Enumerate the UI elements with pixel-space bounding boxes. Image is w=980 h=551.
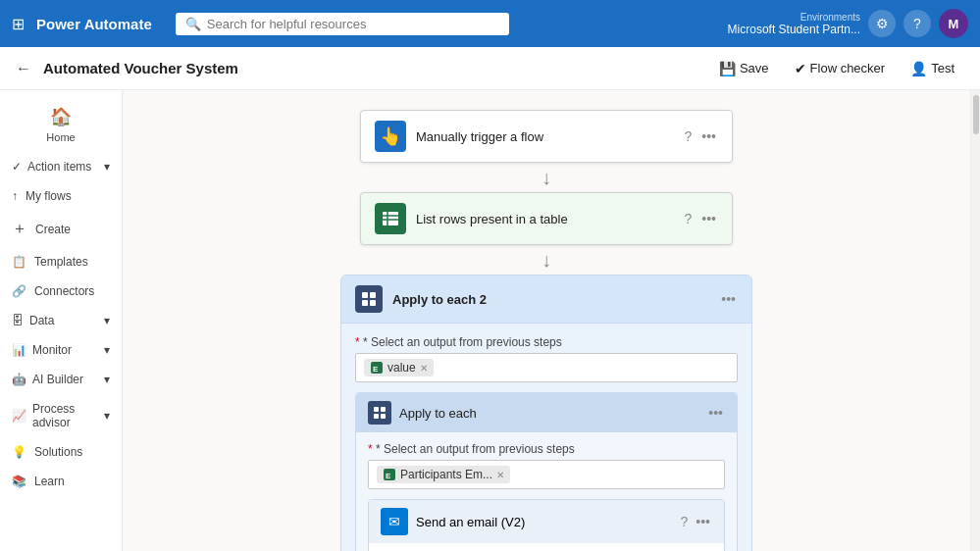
send-email-node: ✉ Send an email (V2) ? ••• — [368, 499, 725, 551]
app-name: Power Automate — [36, 16, 152, 32]
email-more-button[interactable]: ••• — [694, 512, 712, 531]
back-button[interactable]: ← — [16, 60, 31, 77]
apply-each-2-group: Apply to each 2 ••• * * Select an output… — [340, 275, 752, 551]
settings-button[interactable]: ⚙ — [868, 10, 896, 37]
participants-token-close[interactable]: ✕ — [496, 470, 504, 480]
sidebar-item-connectors[interactable]: 🔗 Connectors — [2, 276, 120, 306]
secondbar-actions: 💾 Save ✔ Flow checker 👤 Test — [709, 56, 964, 81]
apply-each-inner-icon — [368, 401, 391, 425]
create-icon: ＋ — [12, 219, 27, 239]
list-rows-node: List rows present in a table ? ••• — [360, 192, 733, 245]
email-body-container: * * To * * Subject — [369, 543, 724, 551]
secondbar: ← Automated Voucher System 💾 Save ✔ Flow… — [0, 47, 980, 90]
sidebar-label-ai-builder: AI Builder — [32, 373, 83, 386]
flow-checker-icon: ✔ — [795, 61, 806, 76]
svg-rect-4 — [362, 292, 368, 298]
email-actions: ? ••• — [678, 512, 712, 531]
apply-each-inner-group: Apply to each ••• * * Select an output f… — [355, 392, 738, 551]
sidebar-item-solutions[interactable]: 💡 Solutions — [2, 437, 120, 467]
svg-rect-6 — [362, 300, 368, 306]
participants-token-text: Participants Em... — [400, 468, 492, 481]
environment-block: Environments Microsoft Student Partn... — [728, 12, 860, 36]
page-title: Automated Voucher System — [43, 60, 238, 76]
chevron-down-icon-pa: ▾ — [104, 409, 110, 423]
environment-name: Microsoft Student Partn... — [728, 23, 860, 36]
trigger-title: Manually trigger a flow — [416, 129, 672, 144]
sidebar-item-home[interactable]: 🏠 Home — [4, 98, 118, 152]
data-icon: 🗄 — [12, 314, 24, 327]
inner-token-input[interactable]: E Participants Em... ✕ — [368, 460, 725, 489]
sidebar-label-learn: Learn — [34, 475, 65, 488]
connectors-icon: 🔗 — [12, 284, 26, 298]
chevron-down-icon: ▾ — [104, 160, 110, 174]
topbar-right: Environments Microsoft Student Partn... … — [728, 9, 968, 38]
sidebar-label-home: Home — [46, 131, 75, 144]
sidebar-item-create[interactable]: ＋ Create — [2, 211, 120, 247]
test-button[interactable]: 👤 Test — [901, 56, 964, 81]
save-button[interactable]: 💾 Save — [709, 56, 779, 81]
environments-label: Environments — [800, 12, 860, 23]
trigger-more-button[interactable]: ••• — [699, 126, 718, 146]
list-rows-title: List rows present in a table — [416, 212, 672, 226]
svg-rect-0 — [383, 212, 398, 225]
email-title: Send an email (V2) — [416, 515, 670, 529]
help-button[interactable]: ? — [903, 10, 931, 37]
list-rows-help-button[interactable]: ? — [682, 209, 694, 228]
apply-each-2-more-button[interactable]: ••• — [719, 289, 738, 309]
sidebar-label-create: Create — [35, 223, 71, 236]
participants-token: E Participants Em... ✕ — [377, 466, 510, 483]
apply-each-inner-actions: ••• — [706, 403, 725, 423]
sidebar-label-templates: Templates — [34, 255, 88, 269]
search-input[interactable] — [207, 17, 499, 31]
home-icon: 🏠 — [50, 106, 72, 127]
apply-each-2-token-input[interactable]: E value ✕ — [355, 353, 738, 382]
sidebar-item-templates[interactable]: 📋 Templates — [2, 247, 120, 276]
apply-each-2-body: * * Select an output from previous steps… — [341, 324, 751, 551]
list-rows-more-button[interactable]: ••• — [699, 209, 718, 228]
svg-rect-13 — [381, 414, 386, 419]
sidebar-item-ai-builder[interactable]: 🤖 AI Builder ▾ — [2, 365, 120, 394]
save-icon: 💾 — [719, 61, 736, 76]
topbar: ⊞ Power Automate 🔍 Environments Microsof… — [0, 0, 980, 47]
apply-each-inner-title: Apply to each — [399, 406, 698, 421]
trigger-node: 👆 Manually trigger a flow ? ••• — [360, 110, 733, 163]
sidebar-item-learn[interactable]: 📚 Learn — [2, 467, 120, 496]
sidebar-label-process-advisor: Process advisor — [32, 402, 100, 429]
email-icon: ✉ — [381, 508, 408, 535]
apply-each-2-icon — [355, 285, 383, 313]
learn-icon: 📚 — [12, 475, 26, 488]
email-help-button[interactable]: ? — [678, 512, 690, 531]
sidebar-item-my-flows[interactable]: ↑ My flows — [2, 181, 120, 211]
search-icon: 🔍 — [185, 17, 201, 31]
svg-rect-11 — [381, 407, 386, 412]
templates-icon: 📋 — [12, 255, 26, 269]
value-token-text: value — [387, 361, 416, 375]
sidebar-label-connectors: Connectors — [34, 284, 94, 298]
scrollbar-thumb[interactable] — [973, 95, 979, 134]
sidebar-item-action-items[interactable]: ✓ Action items ▾ — [2, 152, 120, 181]
svg-rect-10 — [374, 407, 379, 412]
apply-each-2-title: Apply to each 2 — [392, 292, 709, 307]
help-icon: ? — [913, 16, 921, 31]
arrow-2: ↓ — [542, 245, 551, 275]
grid-icon[interactable]: ⊞ — [12, 15, 25, 33]
svg-rect-12 — [374, 414, 379, 419]
svg-text:E: E — [373, 365, 379, 374]
trigger-icon: 👆 — [375, 121, 406, 152]
value-token-close[interactable]: ✕ — [420, 363, 428, 374]
sidebar-label-my-flows: My flows — [26, 189, 72, 203]
flow-checker-button[interactable]: ✔ Flow checker — [785, 56, 896, 81]
avatar[interactable]: M — [939, 9, 968, 38]
action-items-icon: ✓ — [12, 160, 22, 174]
excel-participants-icon: E — [383, 468, 396, 481]
sidebar-item-data[interactable]: 🗄 Data ▾ — [2, 306, 120, 335]
sidebar-item-process-advisor[interactable]: 📈 Process advisor ▾ — [2, 394, 120, 437]
apply-each-inner-more-button[interactable]: ••• — [706, 403, 725, 423]
flow-container: 👆 Manually trigger a flow ? ••• ↓ List r… — [232, 110, 860, 551]
trigger-help-button[interactable]: ? — [682, 126, 694, 146]
apply-each-2-header: Apply to each 2 ••• — [341, 276, 751, 324]
sidebar-item-monitor[interactable]: 📊 Monitor ▾ — [2, 335, 120, 365]
search-bar: 🔍 — [176, 13, 509, 35]
excel-token-icon: E — [370, 361, 384, 375]
arrow-1: ↓ — [542, 163, 551, 192]
